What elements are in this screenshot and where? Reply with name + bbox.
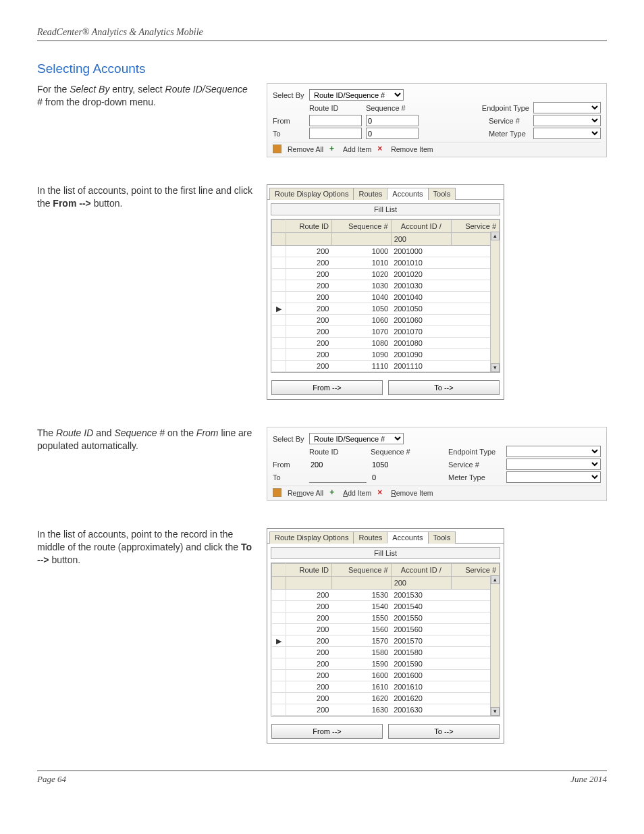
- table-row[interactable]: 200162020016201: [272, 693, 500, 704]
- from-label: From: [273, 117, 305, 125]
- meter-type-label: Meter Type: [448, 473, 502, 481]
- to-seq-input[interactable]: [366, 128, 419, 139]
- from-button[interactable]: From -->: [271, 380, 383, 395]
- table-row[interactable]: 200163020016301: [272, 704, 500, 716]
- remove-all-icon: [273, 145, 281, 153]
- accounts-table-1[interactable]: Route ID Sequence # Account ID / Service…: [271, 219, 500, 372]
- col-sequence[interactable]: Sequence #: [331, 220, 391, 233]
- meter-type-combo[interactable]: [533, 128, 601, 139]
- select-by-label: Select By: [273, 435, 305, 443]
- from-route-input[interactable]: [309, 115, 362, 126]
- to-seq-input[interactable]: [371, 471, 428, 483]
- remove-item-button[interactable]: Remove Item: [391, 489, 433, 497]
- service-label: Service #: [448, 461, 502, 469]
- filter-account-id[interactable]: 200: [391, 233, 451, 246]
- table-row[interactable]: 200106020010601: [272, 315, 500, 326]
- select-by-panel-2: Select By Route ID/Sequence # Route ID S…: [267, 427, 607, 501]
- para-2: In the list of accounts, point to the fi…: [37, 184, 253, 210]
- scroll-up-icon[interactable]: ▴: [491, 575, 500, 584]
- from-button[interactable]: From -->: [271, 724, 383, 739]
- to-button[interactable]: To -->: [388, 380, 500, 395]
- col-service[interactable]: Service #: [451, 564, 499, 577]
- route-id-label: Route ID: [309, 104, 362, 112]
- tab-routes[interactable]: Routes: [353, 531, 387, 544]
- fill-list-button[interactable]: Fill List: [271, 547, 500, 559]
- add-item-icon: +: [329, 489, 337, 496]
- table-row[interactable]: 200154020015401: [272, 601, 500, 613]
- col-service[interactable]: Service #: [451, 220, 499, 233]
- para-1: For the Select By entry, select Route ID…: [37, 83, 253, 109]
- table-row[interactable]: 200153020015301: [272, 590, 500, 601]
- route-id-label: Route ID: [309, 448, 367, 456]
- remove-item-icon: ×: [377, 489, 385, 496]
- scrollbar[interactable]: ▴ ▾: [490, 575, 500, 716]
- tab-tools[interactable]: Tools: [428, 531, 456, 544]
- col-route-id[interactable]: Route ID: [286, 564, 332, 577]
- table-row[interactable]: 200108020010801: [272, 338, 500, 349]
- add-item-button[interactable]: Add Item: [343, 489, 371, 497]
- tab-accounts[interactable]: Accounts: [387, 188, 428, 200]
- table-row[interactable]: 200101020010101: [272, 257, 500, 269]
- col-account-id[interactable]: Account ID /: [391, 564, 451, 577]
- scrollbar[interactable]: ▴ ▾: [490, 232, 500, 372]
- endpoint-type-label: Endpoint Type: [448, 448, 502, 456]
- tab-accounts[interactable]: Accounts: [387, 531, 428, 544]
- table-row[interactable]: 200107020010701: [272, 326, 500, 338]
- table-row[interactable]: 200102020010201: [272, 269, 500, 280]
- endpoint-type-label: Endpoint Type: [482, 104, 529, 112]
- tab-route-display[interactable]: Route Display Options: [269, 188, 354, 200]
- scroll-up-icon[interactable]: ▴: [491, 232, 500, 240]
- service-combo[interactable]: [506, 459, 601, 470]
- table-row[interactable]: 200161020016101: [272, 681, 500, 693]
- select-by-combo[interactable]: Route ID/Sequence #: [309, 89, 404, 101]
- table-row[interactable]: 200156020015601: [272, 624, 500, 635]
- fill-list-button[interactable]: Fill List: [271, 203, 500, 215]
- tab-tools[interactable]: Tools: [428, 188, 456, 200]
- table-row[interactable]: ▶200157020015701: [272, 635, 500, 647]
- endpoint-type-combo[interactable]: [533, 102, 601, 113]
- table-row[interactable]: 200155020015501: [272, 613, 500, 624]
- from-route-input[interactable]: [309, 459, 367, 470]
- page-number: Page 64: [37, 774, 66, 785]
- accounts-grid-panel-1: Route Display Options Routes Accounts To…: [267, 184, 504, 400]
- scroll-down-icon[interactable]: ▾: [491, 707, 500, 716]
- col-sequence[interactable]: Sequence #: [331, 564, 391, 577]
- table-row[interactable]: 200100020010001: [272, 246, 500, 257]
- to-route-input[interactable]: [309, 471, 367, 483]
- endpoint-type-combo[interactable]: [506, 446, 601, 457]
- select-by-panel-1: Select By Route ID/Sequence # Route ID S…: [267, 83, 607, 157]
- table-row[interactable]: 200159020015901: [272, 658, 500, 670]
- from-seq-input[interactable]: [366, 115, 419, 126]
- sequence-label: Sequence #: [371, 448, 428, 456]
- to-button[interactable]: To -->: [388, 724, 500, 739]
- add-item-button[interactable]: Add Item: [343, 145, 371, 153]
- table-row[interactable]: 200104020010401: [272, 292, 500, 303]
- tab-route-display[interactable]: Route Display Options: [269, 531, 354, 544]
- table-row[interactable]: 200103020010301: [272, 280, 500, 292]
- table-row[interactable]: ▶200105020010501: [272, 303, 500, 315]
- to-route-input[interactable]: [309, 128, 362, 139]
- page-date: June 2014: [570, 774, 607, 785]
- scroll-down-icon[interactable]: ▾: [491, 363, 500, 372]
- table-row[interactable]: 200160020016001: [272, 670, 500, 681]
- tab-routes[interactable]: Routes: [353, 188, 387, 200]
- select-by-label: Select By: [273, 91, 305, 99]
- table-row[interactable]: 200111020011101: [272, 361, 500, 372]
- select-by-combo[interactable]: Route ID/Sequence #: [309, 433, 404, 444]
- page-header: ReadCenter® Analytics & Analytics Mobile: [37, 27, 607, 41]
- table-row[interactable]: 200109020010901: [272, 349, 500, 361]
- accounts-grid-panel-2: Route Display Options Routes Accounts To…: [267, 528, 504, 744]
- remove-all-button[interactable]: Remove All: [288, 489, 323, 497]
- to-label: To: [273, 130, 305, 138]
- remove-item-button[interactable]: Remove Item: [391, 145, 433, 153]
- accounts-table-2[interactable]: Route ID Sequence # Account ID / Service…: [271, 563, 500, 716]
- col-route-id[interactable]: Route ID: [286, 220, 332, 233]
- service-combo[interactable]: [533, 115, 601, 126]
- meter-type-combo[interactable]: [506, 471, 601, 483]
- remove-all-button[interactable]: Remove All: [288, 145, 323, 153]
- col-account-id[interactable]: Account ID /: [391, 220, 451, 233]
- to-label: To: [273, 473, 305, 481]
- filter-account-id[interactable]: 200: [391, 577, 451, 590]
- from-seq-input[interactable]: [371, 459, 428, 470]
- table-row[interactable]: 200158020015801: [272, 647, 500, 658]
